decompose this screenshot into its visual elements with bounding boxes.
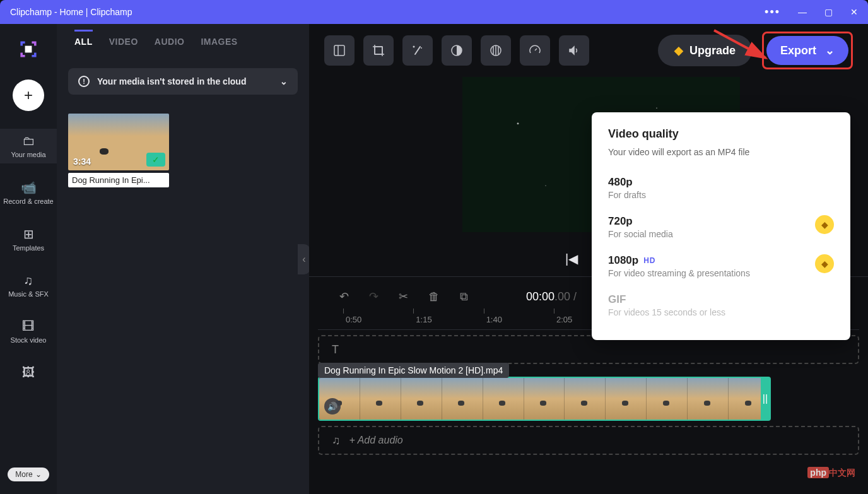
sidebar-item-record-create[interactable]: 📹 Record & create — [0, 175, 57, 210]
export-dropdown: Video quality Your video will export as … — [592, 112, 850, 340]
export-option-480p[interactable]: 480p For drafts — [608, 168, 834, 208]
svg-line-15 — [535, 49, 537, 50]
maximize-icon[interactable]: ▢ — [824, 7, 833, 17]
music-icon: ♫ — [24, 273, 33, 288]
tab-audio[interactable]: AUDIO — [155, 37, 185, 53]
app-logo — [16, 37, 41, 62]
adjust-button[interactable] — [481, 35, 511, 66]
titlebar: Clipchamp - Home | Clipchamp ••• — ▢ ✕ — [0, 0, 868, 24]
export-dropdown-title: Video quality — [608, 127, 834, 141]
clip-trim-handle[interactable]: || — [761, 377, 770, 421]
sidebar-item-label: Music & SFX — [8, 290, 49, 298]
close-icon[interactable]: ✕ — [850, 7, 858, 17]
sidebar-item-your-media[interactable]: 🗀 Your media — [0, 129, 57, 163]
chevron-down-icon: ⌄ — [35, 470, 42, 479]
sidebar-item-stock-video[interactable]: 🎞 Stock video — [0, 314, 57, 349]
ruler-tick: 0:50 — [346, 315, 361, 324]
minimize-icon[interactable]: — — [798, 7, 807, 17]
thumbnail-filename: Dog Running In Epi... — [68, 173, 169, 187]
sidebar-item-label: Templates — [13, 244, 44, 252]
thumbnail-duration: 3:34 — [73, 156, 91, 167]
chevron-down-icon: ⌄ — [825, 44, 835, 57]
sidebar-item-label: Record & create — [3, 197, 53, 205]
volume-button[interactable] — [559, 35, 589, 66]
window-title: Clipchamp - Home | Clipchamp — [10, 7, 132, 17]
sidebar: + 🗀 Your media 📹 Record & create ⊞ Templ… — [0, 24, 57, 494]
camera-icon: 📹 — [21, 180, 37, 195]
diamond-icon: ◆ — [674, 44, 683, 57]
export-option-1080p[interactable]: 1080pHD For video streaming & presentati… — [608, 247, 834, 286]
folder-icon: 🗀 — [22, 134, 35, 148]
media-panel: ALL VIDEO AUDIO IMAGES ! Your media isn'… — [57, 24, 309, 494]
upgrade-button[interactable]: ◆ Upgrade — [658, 35, 752, 66]
export-highlight: Export ⌄ — [762, 32, 853, 69]
chevron-down-icon: ⌄ — [280, 76, 288, 86]
film-icon: 🎞 — [22, 319, 35, 334]
panel-collapse-handle[interactable]: ‹ — [298, 244, 310, 274]
templates-icon: ⊞ — [23, 226, 34, 242]
add-button[interactable]: + — [13, 79, 44, 111]
clip-audio-icon[interactable]: 🔊 — [324, 398, 341, 415]
editor-area: ◆ Upgrade Export ⌄ |◀ 5 ▶ Video quality — [309, 24, 868, 494]
text-track-icon: T — [332, 343, 339, 356]
hd-badge: HD — [643, 256, 655, 265]
undo-button[interactable]: ↶ — [339, 290, 349, 303]
svg-point-9 — [421, 47, 422, 49]
duplicate-button[interactable]: ⧉ — [460, 290, 468, 303]
effects-button[interactable] — [402, 35, 433, 66]
audio-track-empty[interactable]: ♫ + Add audio — [318, 426, 859, 455]
cloud-notice-text: Your media isn't stored in the cloud — [97, 76, 246, 86]
cut-button[interactable]: ✂ — [399, 290, 408, 303]
export-dropdown-subtitle: Your video will export as an MP4 file — [608, 147, 834, 157]
sidebar-item-label: Stock video — [11, 336, 47, 344]
cloud-notice[interactable]: ! Your media isn't stored in the cloud ⌄ — [68, 68, 298, 95]
plus-icon: + — [24, 86, 33, 104]
premium-badge-icon: ◆ — [815, 215, 834, 234]
media-thumbnail[interactable]: 3:34 ✓ Dog Running In Epi... — [68, 114, 169, 187]
sidebar-item-templates[interactable]: ⊞ Templates — [0, 221, 57, 257]
svg-rect-1 — [334, 45, 344, 56]
export-option-720p[interactable]: 720p For social media ◆ — [608, 208, 834, 247]
tab-video[interactable]: VIDEO — [109, 37, 138, 53]
skip-previous-button[interactable]: |◀ — [565, 251, 578, 266]
ruler-tick: 1:15 — [416, 315, 431, 324]
premium-badge-icon: ◆ — [815, 254, 834, 273]
crop-button[interactable] — [363, 35, 394, 66]
editor-toolbar: ◆ Upgrade Export ⌄ — [309, 24, 868, 77]
tab-all[interactable]: ALL — [74, 30, 93, 53]
sidebar-item-image[interactable]: 🖼 — [0, 360, 57, 385]
layout-button[interactable] — [324, 35, 355, 66]
sidebar-item-label: Your media — [11, 151, 45, 158]
image-icon: 🖼 — [22, 365, 35, 380]
media-tabs: ALL VIDEO AUDIO IMAGES — [68, 37, 298, 53]
ruler-tick: 1:40 — [486, 315, 502, 324]
export-button[interactable]: Export ⌄ — [766, 36, 848, 65]
add-audio-label: + Add audio — [349, 435, 403, 446]
export-option-gif[interactable]: GIF For videos 15 seconds or less — [608, 286, 834, 325]
watermark: php中文网 — [806, 468, 855, 479]
svg-rect-3 — [375, 47, 382, 54]
thumbnail-image: 3:34 ✓ — [68, 114, 169, 170]
svg-point-8 — [413, 46, 415, 48]
tab-images[interactable]: IMAGES — [201, 37, 237, 53]
delete-button[interactable]: 🗑 — [428, 290, 440, 303]
ruler-tick: 2:05 — [556, 315, 572, 324]
audio-track-icon: ♫ — [332, 434, 341, 447]
contrast-button[interactable] — [442, 35, 472, 66]
speed-button[interactable] — [520, 35, 550, 66]
check-icon: ✓ — [146, 153, 165, 167]
redo-button[interactable]: ↷ — [369, 290, 378, 303]
window-controls: ••• — ▢ ✕ — [765, 6, 858, 19]
more-menu-icon[interactable]: ••• — [765, 6, 780, 19]
video-clip[interactable]: 🔊 — [318, 377, 771, 421]
video-track: Dog Running In Epic Slow Motion 2 [HD].m… — [318, 369, 859, 421]
timeline-timecode: 00:00.00 / — [526, 290, 577, 303]
more-button[interactable]: More ⌄ — [8, 468, 49, 481]
sidebar-item-music-sfx[interactable]: ♫ Music & SFX — [0, 268, 57, 303]
info-icon: ! — [78, 76, 90, 87]
clip-filename: Dog Running In Epic Slow Motion 2 [HD].m… — [318, 363, 509, 378]
